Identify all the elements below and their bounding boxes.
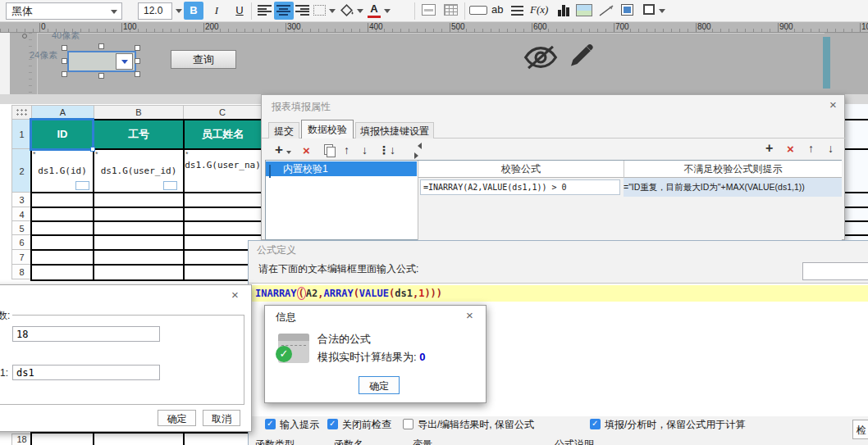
row-header-18[interactable]: 18 [11, 434, 32, 445]
expand-right-icon[interactable] [414, 152, 422, 159]
tab-data-validation[interactable]: 数据校验 [301, 120, 354, 138]
validation-formula-cell[interactable]: =INARRAY(A2,VALUE(ds1,1)) > 0 [420, 179, 620, 195]
checkbox-checked-icon[interactable] [590, 419, 601, 429]
row-header-4[interactable]: 4 [11, 207, 32, 221]
collapse-left-icon[interactable] [414, 143, 422, 149]
merge-cells-icon[interactable] [422, 4, 436, 16]
row-down-button[interactable]: ↓ [828, 142, 834, 155]
resize-handle[interactable] [62, 58, 67, 64]
fill-color-button[interactable] [340, 4, 354, 20]
border-style-button[interactable] [313, 5, 326, 16]
checkbox-unchecked-icon[interactable] [403, 419, 413, 429]
shape-tool-icon[interactable] [643, 4, 655, 15]
font-size-chevron-icon[interactable] [176, 9, 182, 16]
canvas-scrollbar-thumb[interactable] [823, 37, 830, 89]
chart-insert-icon[interactable] [558, 5, 569, 16]
resize-handle[interactable] [62, 45, 67, 51]
row-header-3[interactable]: 3 [11, 192, 32, 207]
framed-image-icon[interactable] [621, 4, 633, 16]
close-icon[interactable]: × [829, 99, 837, 111]
row-header-5[interactable]: 5 [11, 220, 32, 235]
option-check-before-close[interactable]: 关闭前检查 [327, 418, 391, 432]
table-header-formula[interactable]: 校验公式 [418, 161, 624, 178]
align-center-button[interactable] [274, 2, 294, 20]
row-header-7[interactable]: 7 [11, 249, 32, 265]
sort-button[interactable]: ⋮↓ [378, 143, 395, 157]
bold-button[interactable]: B [184, 2, 203, 20]
align-left-button[interactable] [255, 2, 275, 20]
tab-submit[interactable]: 提交 [268, 122, 299, 138]
formula-current-line[interactable]: INARRAY(A2,ARRAY(VALUE(ds1,1))) [249, 285, 868, 302]
text-widget-icon[interactable]: ab [491, 3, 503, 16]
font-color-chevron-icon[interactable] [384, 9, 391, 16]
font-family-select[interactable]: 黑体 [6, 2, 122, 20]
delete-row-button[interactable]: × [787, 142, 794, 156]
dataset-name-input[interactable] [12, 365, 160, 380]
checkbox-checked-icon[interactable] [265, 419, 276, 429]
resize-handle[interactable] [98, 73, 104, 79]
resize-handle[interactable] [135, 45, 140, 51]
delete-validation-button[interactable]: × [303, 143, 310, 157]
option-input-hint[interactable]: 输入提示 [265, 418, 319, 432]
tab-shortcut-settings[interactable]: 填报快捷键设置 [355, 122, 434, 138]
dataset-label: 1: [0, 367, 8, 379]
insert-table-icon[interactable] [444, 4, 458, 16]
checkbox-label: 关闭前检查 [342, 419, 391, 430]
move-up-button[interactable]: ↑ [344, 143, 349, 157]
hide-widget-button[interactable] [523, 44, 558, 73]
add-validation-button[interactable]: + [275, 142, 283, 158]
move-down-button[interactable]: ↓ [362, 143, 368, 157]
horizontal-ruler: 0 100 200 300 400 500 600 700 800 900 10… [0, 22, 868, 33]
form-canvas[interactable]: 40像素 24像素 查询 [10, 33, 868, 94]
query-button[interactable]: 查询 [171, 50, 236, 69]
validation-prompt-cell[interactable]: ="ID重复，目前最大ID为"+MAX(VALUE(ds1,1)) [624, 178, 842, 197]
ok-button[interactable]: 确定 [158, 410, 196, 426]
row-header-2[interactable]: 2 [11, 148, 32, 193]
underline-button[interactable]: U [230, 2, 249, 20]
shape-chevron-icon[interactable] [659, 9, 665, 16]
cell-c2[interactable]: ds1.G(user_na) [185, 150, 261, 192]
cell-c1[interactable]: 员工姓名 [185, 120, 261, 148]
copy-validation-button[interactable] [324, 144, 335, 156]
align-right-button[interactable] [293, 2, 313, 20]
close-icon[interactable]: × [231, 289, 239, 301]
font-size-select[interactable]: 12.0 [138, 2, 172, 20]
widget-indicator[interactable] [75, 181, 89, 190]
formula-insert-icon[interactable]: F(x) [530, 3, 548, 16]
resize-handle[interactable] [98, 43, 104, 49]
cancel-button[interactable]: 取消 [203, 410, 240, 426]
row-up-button[interactable]: ↑ [808, 142, 814, 155]
fill-chevron-icon[interactable] [357, 9, 363, 16]
table-header-prompt[interactable]: 不满足校验公式则提示 [624, 161, 842, 178]
check-formula-button[interactable]: 检 [852, 420, 868, 439]
row-header-6[interactable]: 6 [11, 234, 32, 250]
combobox-widget[interactable] [67, 51, 136, 72]
validation-list-item[interactable]: 内置校验1 [266, 161, 417, 176]
grid-line [845, 207, 868, 208]
border-chevron-icon[interactable] [329, 9, 336, 16]
line-tool-icon[interactable] [597, 3, 615, 20]
parameter-value-input[interactable] [12, 326, 160, 342]
column-header-b[interactable]: B [94, 105, 184, 120]
combobox-dropdown-button[interactable] [116, 53, 133, 70]
ok-button[interactable]: 确定 [359, 376, 400, 394]
image-insert-icon[interactable] [576, 4, 592, 16]
formula-search-input[interactable] [802, 262, 868, 280]
close-icon[interactable]: × [466, 310, 473, 321]
cell-b1[interactable]: 工号 [94, 120, 183, 148]
row-header-8[interactable]: 8 [11, 264, 32, 279]
resize-handle[interactable] [135, 58, 140, 64]
option-keep-formula-export[interactable]: 导出/编辑结果时, 保留公式 [403, 418, 534, 432]
checkbox-checked-icon[interactable] [327, 419, 338, 429]
multiline-text-icon[interactable] [509, 2, 525, 20]
option-keep-formula-analysis[interactable]: 填报/分析时，保留公式用于计算 [590, 418, 745, 432]
resize-handle[interactable] [62, 71, 67, 77]
widget-indicator[interactable] [163, 181, 177, 190]
resize-handle[interactable] [135, 71, 140, 77]
edit-widget-button[interactable] [566, 40, 596, 72]
text-field-widget-icon[interactable] [469, 6, 487, 15]
column-header-c[interactable]: C [183, 105, 261, 120]
add-row-button[interactable]: + [765, 141, 773, 156]
italic-button[interactable]: I [207, 2, 226, 20]
font-color-button[interactable]: A [368, 2, 381, 18]
